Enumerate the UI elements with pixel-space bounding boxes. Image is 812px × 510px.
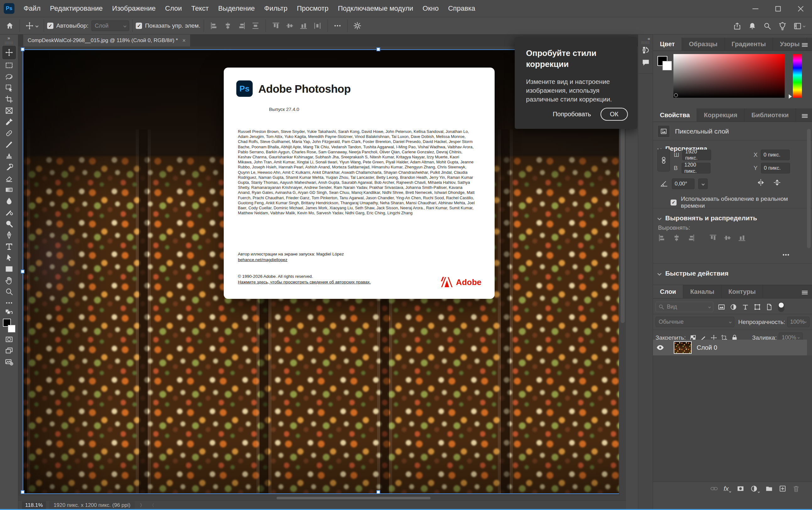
- layer-thumbnail[interactable]: [674, 341, 692, 354]
- align-right-icon[interactable]: [235, 22, 249, 30]
- color-panel-swatches[interactable]: [658, 56, 674, 72]
- rectangle-tool[interactable]: [2, 264, 16, 274]
- tab-channels[interactable]: Каналы: [683, 285, 722, 298]
- flip-vertical-icon[interactable]: [773, 178, 781, 187]
- background-color-swatch[interactable]: [8, 325, 16, 333]
- dodge-tool[interactable]: [2, 218, 16, 229]
- new-adjustment-layer-icon[interactable]: [750, 485, 759, 493]
- tab-color[interactable]: Цвет: [653, 37, 682, 51]
- brush-tool[interactable]: [2, 139, 16, 150]
- delete-layer-trash-icon[interactable]: [792, 485, 800, 493]
- copyright-details-link[interactable]: Нажмите здесь, чтобы просмотреть сведени…: [238, 280, 371, 284]
- properties-scrollbar[interactable]: [807, 129, 811, 248]
- hue-slider-arrow[interactable]: [789, 94, 792, 99]
- zoom-tool[interactable]: [2, 286, 16, 297]
- menu-plugins[interactable]: Подключаемые модули: [333, 0, 418, 17]
- width-field[interactable]: 1920 пикс.: [682, 149, 711, 160]
- document-tab-close-icon[interactable]: ×: [182, 37, 186, 44]
- new-group-folder-icon[interactable]: [765, 485, 773, 493]
- link-dimensions-icon[interactable]: [658, 149, 670, 172]
- properties-menu-icon[interactable]: [801, 113, 808, 119]
- add-layer-mask-icon[interactable]: [736, 485, 745, 493]
- layer-visibility-eye-icon[interactable]: [656, 343, 664, 351]
- align-more-options-icon[interactable]: [782, 251, 790, 259]
- distribute-v-icon[interactable]: [311, 22, 324, 30]
- document-tab[interactable]: CompDeskWalCol-2968__015.jpg @ 118% (Сло…: [23, 34, 190, 47]
- toolbar-expand-icon[interactable]: »: [7, 34, 10, 41]
- align-bottom-icon[interactable]: [297, 22, 311, 30]
- move-tool[interactable]: [2, 46, 16, 59]
- auto-select-dropdown[interactable]: Слой: [91, 21, 129, 31]
- more-options-icon[interactable]: [331, 22, 344, 30]
- share-icon[interactable]: [731, 22, 744, 30]
- saturation-brightness-field[interactable]: [673, 54, 785, 98]
- align-left-icon[interactable]: [207, 22, 221, 30]
- align-top-edges-icon[interactable]: [709, 234, 717, 242]
- minimize-button[interactable]: [744, 0, 767, 17]
- align-left-edges-icon[interactable]: [658, 234, 666, 242]
- color-picker-cursor[interactable]: [674, 93, 678, 97]
- dock-grip[interactable]: ||||||||: [638, 41, 653, 44]
- transform-handle-top-center[interactable]: [376, 48, 380, 51]
- object-selection-tool[interactable]: [2, 83, 16, 93]
- move-tool-preset-icon[interactable]: [23, 22, 40, 30]
- menu-window[interactable]: Окно: [418, 0, 443, 17]
- new-layer-icon[interactable]: [779, 485, 787, 493]
- angle-dropdown-icon[interactable]: [698, 178, 708, 189]
- path-selection-tool[interactable]: [2, 252, 16, 263]
- tab-libraries[interactable]: Библиотеки: [745, 108, 796, 122]
- show-transform-checkbox[interactable]: ✓: [136, 23, 142, 29]
- opacity-dropdown[interactable]: 100%: [787, 317, 810, 327]
- transform-handle-top-left[interactable]: [21, 48, 25, 51]
- transform-handle-bottom-left[interactable]: [21, 490, 25, 494]
- screen-mode-icon[interactable]: [2, 345, 16, 356]
- menu-view[interactable]: Просмотр: [292, 0, 333, 17]
- filter-smart-objects-icon[interactable]: [765, 303, 773, 311]
- status-chevron-icon[interactable]: 〉: [140, 503, 145, 508]
- live-update-checkbox[interactable]: ✓: [671, 200, 676, 205]
- hue-slider[interactable]: [793, 54, 802, 98]
- menu-edit[interactable]: Редактирование: [45, 0, 108, 17]
- height-field[interactable]: 1200 пикс.: [682, 163, 710, 173]
- align-center-v-icon[interactable]: [283, 22, 297, 30]
- menu-layers[interactable]: Слои: [160, 0, 187, 17]
- mixer-brush-tool[interactable]: [2, 207, 16, 218]
- tab-gradients[interactable]: Градиенты: [725, 37, 773, 51]
- menu-type[interactable]: Текст: [187, 0, 213, 17]
- clone-stamp-tool[interactable]: [2, 150, 16, 161]
- align-right-edges-icon[interactable]: [687, 234, 695, 242]
- layer-row[interactable]: Слой 0: [653, 340, 807, 356]
- menu-help[interactable]: Справка: [443, 0, 480, 17]
- discover-lightbulb-icon[interactable]: [776, 22, 789, 30]
- transform-handle-bottom-center[interactable]: [376, 490, 380, 494]
- tab-properties[interactable]: Свойства: [653, 108, 697, 122]
- align-v-centers-icon[interactable]: [723, 234, 731, 242]
- history-brush-tool[interactable]: [2, 162, 16, 172]
- tab-swatches[interactable]: Образцы: [682, 37, 725, 51]
- align-h-centers-icon[interactable]: [672, 234, 680, 242]
- y-field[interactable]: 0 пикс.: [761, 163, 790, 173]
- notifications-bell-icon[interactable]: [746, 22, 759, 30]
- maximize-button[interactable]: [767, 0, 789, 17]
- edit-toolbar-icon[interactable]: [2, 298, 16, 308]
- quick-mask-icon[interactable]: [2, 334, 16, 345]
- panel-menu-icon[interactable]: [801, 41, 808, 48]
- blend-mode-dropdown[interactable]: Обычные: [656, 317, 734, 327]
- lasso-tool[interactable]: [2, 71, 16, 82]
- flip-horizontal-icon[interactable]: [757, 178, 765, 187]
- tab-adjustments[interactable]: Коррекция: [697, 108, 745, 122]
- horizontal-scrollbar-thumb[interactable]: [277, 497, 431, 499]
- angle-field[interactable]: 0,00°: [672, 178, 694, 189]
- layer-filter-search[interactable]: Вид: [656, 302, 713, 312]
- crop-tool[interactable]: [2, 94, 16, 105]
- type-tool[interactable]: [2, 241, 16, 252]
- workspace-settings-gear-icon[interactable]: [351, 22, 364, 30]
- dock-collapse-icon[interactable]: «: [638, 34, 653, 41]
- x-field[interactable]: 0 пикс.: [761, 149, 790, 160]
- toolbar-grip[interactable]: ||||||||: [5, 41, 13, 45]
- distribute-h-icon[interactable]: [249, 22, 262, 30]
- comments-panel-icon[interactable]: [638, 56, 653, 69]
- artwork-author-link[interactable]: behance.net/magdiellopez: [238, 257, 288, 262]
- auto-select-checkbox[interactable]: ✓: [47, 23, 53, 29]
- align-top-icon[interactable]: [269, 22, 283, 30]
